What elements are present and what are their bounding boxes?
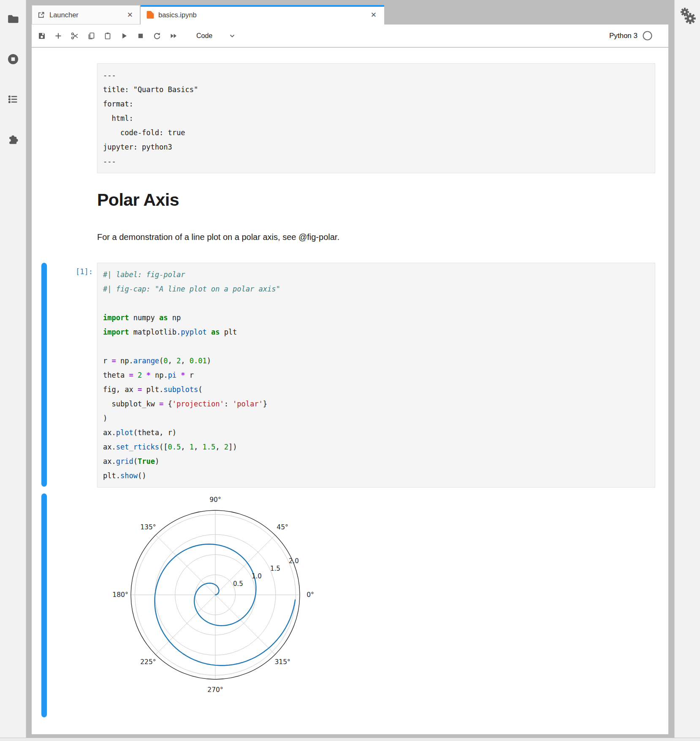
table-of-contents-button[interactable] [5, 92, 21, 107]
tab-label: Launcher [49, 11, 79, 19]
tab-label: basics.ipynb [158, 11, 197, 19]
copy-button[interactable] [87, 31, 96, 41]
main-panel: Launcher ✕ basics.ipynb ✕ [32, 5, 668, 734]
gears-icon [679, 6, 696, 26]
polar-plot: 0°45°90°135°180°225°270°315°0.51.01.52.0 [97, 486, 334, 716]
interrupt-kernel-button[interactable] [136, 31, 145, 41]
svg-text:180°: 180° [112, 591, 128, 599]
tab-basics-ipynb[interactable]: basics.ipynb ✕ [141, 5, 384, 25]
file-browser-button[interactable] [5, 11, 21, 27]
paste-icon [103, 32, 112, 40]
property-inspector-button[interactable] [679, 6, 696, 26]
puzzle-icon [7, 133, 19, 146]
stop-icon [136, 32, 145, 40]
left-sidebar [0, 0, 26, 741]
kernel-area: Python 3 [609, 31, 668, 41]
chevron-down-icon[interactable] [228, 32, 236, 40]
raw-cell[interactable]: ---title: "Quarto Basics"format: html: c… [97, 63, 655, 173]
notebook-content: ---title: "Quarto Basics"format: html: c… [32, 48, 668, 734]
cell-collapser[interactable] [41, 263, 47, 487]
svg-text:225°: 225° [140, 658, 156, 666]
save-icon [38, 32, 46, 40]
cell-type-dropdown[interactable]: Code [196, 32, 212, 40]
close-icon[interactable]: ✕ [369, 10, 378, 20]
scissors-icon [71, 32, 79, 40]
insert-cell-button[interactable] [54, 31, 63, 41]
restart-kernel-button[interactable] [152, 31, 162, 41]
kernel-name[interactable]: Python 3 [609, 32, 638, 40]
copy-icon [87, 32, 95, 40]
notebook-toolbar: Code Python 3 [32, 25, 668, 48]
plus-icon [54, 32, 62, 40]
run-button[interactable] [119, 31, 129, 41]
run-icon [120, 32, 128, 40]
paste-button[interactable] [103, 31, 112, 41]
svg-text:1.0: 1.0 [252, 572, 262, 580]
notebook-icon [147, 11, 154, 19]
raw-cell-lines: ---title: "Quarto Basics"format: html: c… [103, 68, 649, 169]
cut-button[interactable] [70, 31, 79, 41]
stop-circle-icon [7, 53, 19, 65]
svg-text:270°: 270° [207, 686, 223, 694]
status-bar [0, 738, 700, 741]
kernel-status-icon[interactable] [643, 31, 652, 41]
svg-text:135°: 135° [140, 523, 156, 531]
svg-text:0.5: 0.5 [233, 580, 243, 588]
extension-manager-button[interactable] [5, 132, 21, 147]
paragraph: For a demonstration of a line plot on a … [97, 232, 339, 242]
restart-icon [153, 32, 161, 40]
svg-text:0°: 0° [307, 591, 314, 599]
right-sidebar [674, 0, 700, 741]
folder-icon [7, 13, 19, 25]
jupyterlab-window: Launcher ✕ basics.ipynb ✕ [0, 0, 700, 741]
output-collapser[interactable] [41, 493, 47, 717]
fast-forward-icon [169, 32, 178, 40]
tab-launcher[interactable]: Launcher ✕ [32, 5, 140, 25]
page-title: Polar Axis [97, 190, 179, 210]
svg-text:90°: 90° [209, 496, 221, 504]
launcher-icon [37, 11, 45, 19]
code-lines: #| label: fig-polar#| fig-cap: "A line p… [103, 267, 649, 483]
svg-text:2.0: 2.0 [289, 557, 299, 565]
restart-run-all-button[interactable] [169, 31, 178, 41]
execution-count: [1]: [60, 267, 93, 276]
save-button[interactable] [37, 31, 46, 41]
code-cell-editor[interactable]: #| label: fig-polar#| fig-cap: "A line p… [97, 263, 655, 488]
list-icon [7, 93, 19, 105]
close-icon[interactable]: ✕ [125, 10, 135, 20]
tab-bar: Launcher ✕ basics.ipynb ✕ [32, 5, 668, 25]
svg-text:315°: 315° [274, 658, 290, 666]
svg-text:45°: 45° [277, 523, 288, 531]
svg-text:1.5: 1.5 [270, 565, 280, 572]
running-sessions-button[interactable] [5, 52, 21, 67]
